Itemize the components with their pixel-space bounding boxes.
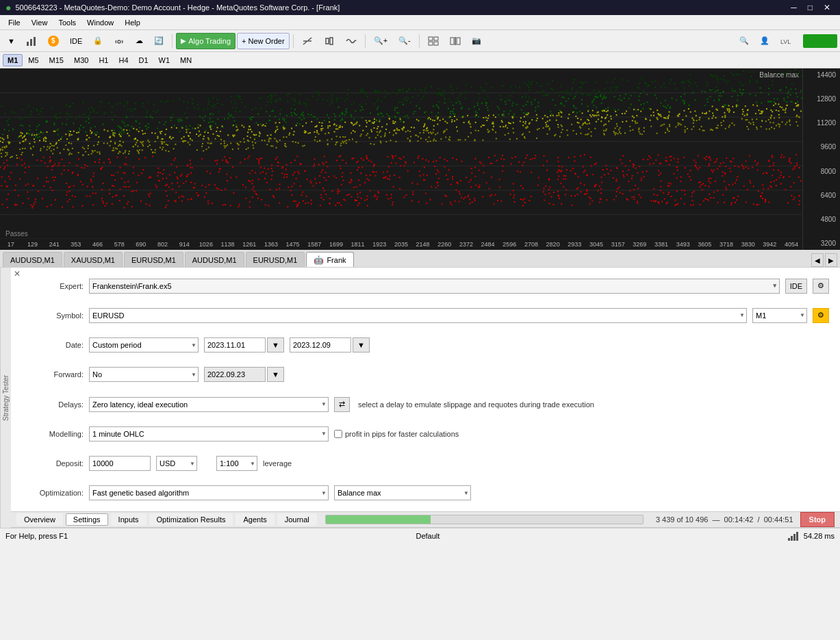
arrow-dropdown-btn[interactable]: ▼ bbox=[3, 33, 20, 49]
tf-m5[interactable]: M5 bbox=[23, 54, 43, 66]
symbol-select[interactable]: EURUSD bbox=[89, 308, 747, 323]
svg-rect-8 bbox=[330, 38, 333, 44]
search-btn[interactable]: 🔍 bbox=[735, 33, 754, 49]
x-label-14: 1587 bbox=[303, 241, 325, 248]
chart-y-axis: 14400 12800 11200 9600 8000 6400 4800 32… bbox=[802, 68, 840, 250]
tab-frank-label: Frank bbox=[327, 256, 346, 264]
camera-btn[interactable]: 📷 bbox=[467, 33, 486, 49]
bottom-tab-settings[interactable]: Settings bbox=[66, 513, 108, 526]
date-from-input[interactable] bbox=[204, 337, 266, 353]
date-from-calendar-btn[interactable]: ▼ bbox=[267, 337, 284, 353]
bottom-tab-inputs[interactable]: Inputs bbox=[111, 513, 147, 526]
bottom-panel: Strategy Tester ✕ Expert: ▼ IDE ⚙ Symbol bbox=[0, 268, 840, 528]
bottom-tab-strip: Overview Settings Inputs Optimization Re… bbox=[11, 511, 840, 528]
maximize-button[interactable]: □ bbox=[804, 3, 817, 12]
strategy-tester-label: Strategy Tester bbox=[0, 268, 11, 528]
chart-type-btn[interactable] bbox=[21, 33, 42, 49]
tab-eurusd-m1-1[interactable]: EURUSD,M1 bbox=[124, 252, 183, 267]
split-btn[interactable] bbox=[445, 33, 466, 49]
tab-xauusd-m1[interactable]: XAUUSD,M1 bbox=[64, 252, 123, 267]
tf-m15[interactable]: M15 bbox=[44, 54, 68, 66]
forward-select[interactable]: No bbox=[89, 367, 199, 382]
tf-mn[interactable]: MN bbox=[175, 54, 196, 66]
signal-btn[interactable] bbox=[109, 33, 129, 49]
sep-1 bbox=[172, 34, 173, 48]
price-btn[interactable] bbox=[297, 33, 318, 49]
x-label-24: 2708 bbox=[520, 241, 542, 248]
bottom-tab-opt-results[interactable]: Optimization Results bbox=[149, 513, 233, 526]
tf-m30[interactable]: M30 bbox=[69, 54, 93, 66]
pip-checkbox[interactable] bbox=[334, 430, 342, 438]
zoom-out-btn[interactable]: 🔍- bbox=[394, 33, 416, 49]
period-select[interactable]: Custom period bbox=[89, 337, 199, 353]
levels-btn[interactable]: LVL bbox=[776, 33, 802, 49]
menu-file[interactable]: File bbox=[3, 17, 26, 28]
symbol-label: Symbol: bbox=[22, 311, 84, 320]
bottom-tab-journal[interactable]: Journal bbox=[277, 513, 317, 526]
tab-next-btn[interactable]: ▶ bbox=[825, 253, 837, 267]
x-label-2: 241 bbox=[43, 241, 65, 248]
currency-select[interactable]: USD bbox=[156, 456, 197, 471]
title-bar-controls: ─ □ ✕ bbox=[787, 3, 835, 12]
lock-btn[interactable]: 🔒 bbox=[88, 33, 107, 49]
svg-rect-10 bbox=[434, 37, 438, 40]
forward-date-calendar-btn[interactable]: ▼ bbox=[267, 367, 284, 382]
forward-date-input[interactable] bbox=[204, 367, 266, 382]
y-label-2: 11200 bbox=[804, 119, 839, 127]
stop-button[interactable]: Stop bbox=[800, 512, 835, 527]
ide-btn[interactable]: IDE bbox=[65, 33, 87, 49]
tab-audusd-m1-1[interactable]: AUDUSD,M1 bbox=[3, 252, 62, 267]
tab-prev-btn[interactable]: ◀ bbox=[811, 253, 824, 267]
timeframe-bar: M1 M5 M15 M30 H1 H4 D1 W1 MN bbox=[0, 52, 840, 68]
menu-view[interactable]: View bbox=[26, 17, 53, 28]
optimization-criterion-select[interactable]: Balance max bbox=[334, 485, 471, 500]
bottom-tab-overview[interactable]: Overview bbox=[16, 513, 63, 526]
symbol-settings-btn[interactable]: ⚙ bbox=[813, 308, 829, 323]
cloud-btn[interactable]: ☁ bbox=[131, 33, 148, 49]
tf-h1[interactable]: H1 bbox=[94, 54, 113, 66]
time2: 00:44:51 bbox=[764, 515, 793, 524]
menu-tools[interactable]: Tools bbox=[53, 17, 81, 28]
bottom-tab-agents[interactable]: Agents bbox=[236, 513, 274, 526]
tf-d1[interactable]: D1 bbox=[134, 54, 153, 66]
tf-m1[interactable]: M1 bbox=[3, 54, 23, 66]
grid-btn[interactable] bbox=[423, 33, 444, 49]
tab-eurusd-m1-2[interactable]: EURUSD,M1 bbox=[246, 252, 305, 267]
menu-help[interactable]: Help bbox=[119, 17, 146, 28]
wave-btn[interactable] bbox=[341, 33, 361, 49]
minimize-button[interactable]: ─ bbox=[787, 3, 801, 12]
refresh-btn[interactable]: 🔄 bbox=[149, 33, 168, 49]
dollar-btn[interactable]: $ bbox=[43, 33, 64, 49]
panel-close-btn[interactable]: ✕ bbox=[14, 269, 21, 279]
modelling-select[interactable]: 1 minute OHLC bbox=[89, 426, 329, 441]
close-button[interactable]: ✕ bbox=[819, 3, 835, 12]
zoom-in-btn[interactable]: 🔍+ bbox=[369, 33, 392, 49]
delays-select[interactable]: Zero latency, ideal execution bbox=[89, 397, 329, 412]
ide-button[interactable]: IDE bbox=[785, 279, 807, 294]
new-order-btn[interactable]: + New Order bbox=[237, 33, 290, 49]
date-to-input[interactable] bbox=[290, 337, 351, 353]
new-order-label: New Order bbox=[248, 37, 284, 45]
deposit-input[interactable] bbox=[89, 456, 151, 471]
ohlc-btn[interactable] bbox=[319, 33, 340, 49]
timeframe-select[interactable]: M1 bbox=[752, 308, 807, 323]
algo-trading-btn[interactable]: ▶ Algo Trading bbox=[176, 33, 236, 49]
tab-audusd-m1-2[interactable]: AUDUSD,M1 bbox=[185, 252, 244, 267]
leverage-select[interactable]: 1:100 bbox=[216, 456, 257, 471]
sep-2 bbox=[293, 34, 294, 48]
tab-frank[interactable]: 🤖 Frank bbox=[306, 252, 353, 267]
tf-w1[interactable]: W1 bbox=[154, 54, 175, 66]
x-label-22: 2484 bbox=[477, 241, 499, 248]
x-label-8: 914 bbox=[173, 241, 195, 248]
deposit-row: Deposit: USD 1:100 leverage bbox=[22, 451, 829, 476]
account-btn[interactable]: 👤 bbox=[755, 33, 774, 49]
tab-label: XAUUSD,M1 bbox=[71, 256, 115, 264]
x-label-32: 3605 bbox=[694, 241, 716, 248]
expert-settings-btn[interactable]: ⚙ bbox=[813, 279, 829, 294]
expert-input[interactable] bbox=[89, 279, 780, 294]
menu-window[interactable]: Window bbox=[81, 17, 119, 28]
optimization-method-select[interactable]: Fast genetic based algorithm bbox=[89, 485, 329, 500]
delays-settings-btn[interactable]: ⇄ bbox=[334, 397, 350, 412]
tf-h4[interactable]: H4 bbox=[114, 54, 133, 66]
date-to-calendar-btn[interactable]: ▼ bbox=[353, 337, 370, 353]
